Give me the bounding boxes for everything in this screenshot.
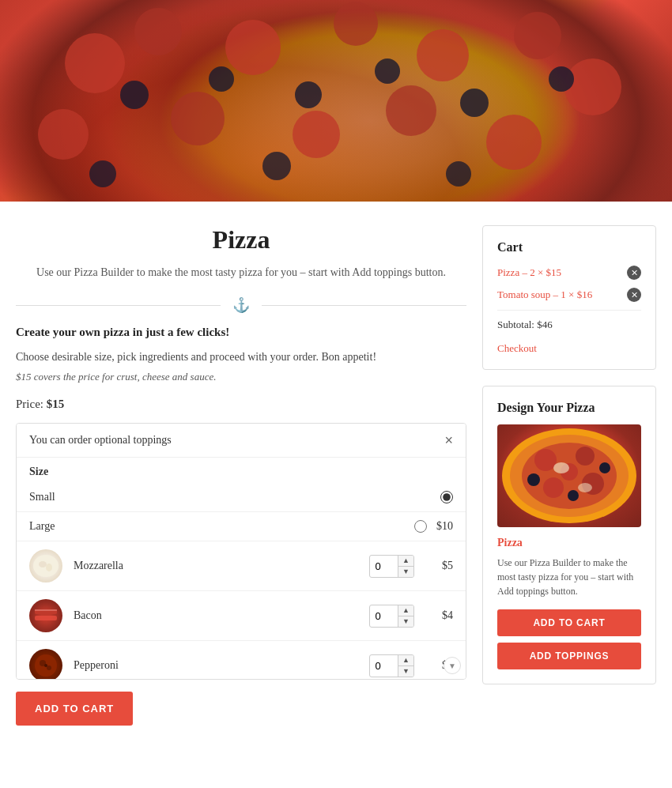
checkout-link[interactable]: Checkout <box>497 342 537 354</box>
size-row-large: Large $10 <box>17 512 466 541</box>
topping-icon-mozzarella <box>29 549 62 583</box>
quantity-control-mozzarella: ▲ ▼ <box>369 555 414 578</box>
toppings-header: You can order optional toppings × <box>17 424 466 458</box>
svg-point-5 <box>514 12 561 59</box>
svg-point-35 <box>576 447 595 466</box>
cart-title: Cart <box>497 240 641 254</box>
qty-up-pepperoni[interactable]: ▲ <box>398 655 413 666</box>
svg-point-40 <box>599 462 610 473</box>
design-box: Design Your Pizza <box>482 386 656 684</box>
size-radio-large[interactable] <box>414 520 427 533</box>
size-section-label: Size <box>17 458 466 483</box>
topping-row-bacon: Bacon ▲ ▼ $4 <box>17 591 466 641</box>
pizza-thumb-svg <box>498 424 640 527</box>
cart-item-text-pizza: Pizza – 2 × $15 <box>497 266 561 279</box>
content-body: Choose desirable size, pick ingredients … <box>16 349 466 366</box>
content-note: $15 covers the price for crust, cheese a… <box>16 371 466 383</box>
svg-point-4 <box>417 29 469 81</box>
subtotal-value: $46 <box>537 319 553 330</box>
svg-point-0 <box>65 33 125 93</box>
size-label-large: Large <box>29 520 414 533</box>
pizza-thumb-inner <box>497 424 641 527</box>
toppings-close-button[interactable]: × <box>444 433 453 447</box>
svg-point-8 <box>171 92 225 145</box>
svg-point-15 <box>375 58 400 84</box>
design-pizza-name: Pizza <box>497 537 641 549</box>
toppings-scroll-container: Size Small Large $10 <box>17 458 466 679</box>
svg-point-7 <box>38 109 89 160</box>
qty-up-mozzarella[interactable]: ▲ <box>398 556 413 567</box>
qty-stepper-mozzarella: ▲ ▼ <box>398 556 413 577</box>
qty-down-mozzarella[interactable]: ▼ <box>398 567 413 577</box>
pizza-decoration <box>0 0 672 202</box>
svg-point-22 <box>39 561 47 567</box>
svg-point-1 <box>134 8 182 55</box>
quantity-control-bacon: ▲ ▼ <box>369 605 414 628</box>
topping-name-mozzarella: Mozzarella <box>74 560 358 572</box>
price-label: Price: <box>16 398 43 410</box>
svg-point-13 <box>209 66 234 92</box>
hero-image <box>0 0 672 202</box>
toppings-box: You can order optional toppings × Size S… <box>16 423 466 680</box>
divider-line-left <box>16 305 221 306</box>
svg-point-30 <box>44 664 47 667</box>
svg-point-39 <box>527 473 540 486</box>
price-value: $15 <box>47 398 65 410</box>
design-title: Design Your Pizza <box>497 401 641 415</box>
svg-point-3 <box>334 2 378 46</box>
svg-rect-26 <box>35 609 57 611</box>
svg-point-14 <box>295 81 322 108</box>
svg-point-17 <box>549 66 574 92</box>
svg-point-23 <box>46 564 52 571</box>
qty-stepper-bacon: ▲ ▼ <box>398 605 413 627</box>
qty-down-pepperoni[interactable]: ▼ <box>398 666 413 677</box>
svg-rect-25 <box>35 616 57 620</box>
svg-point-12 <box>120 81 149 109</box>
anchor-icon: ⚓ <box>232 296 250 314</box>
design-add-to-cart-button[interactable]: ADD TO CART <box>497 609 641 636</box>
hero-pizza-visual <box>0 0 672 202</box>
svg-point-34 <box>534 449 557 471</box>
svg-point-29 <box>47 665 51 670</box>
design-add-toppings-button[interactable]: ADD TOPPINGS <box>497 643 641 669</box>
svg-point-42 <box>553 462 569 473</box>
svg-point-6 <box>564 58 621 115</box>
cart-remove-pizza[interactable]: ✕ <box>627 266 641 280</box>
topping-row-mozzarella: Mozzarella ▲ ▼ $5 <box>17 541 466 591</box>
right-column: Cart Pizza – 2 × $15 ✕ Tomato soup – 1 ×… <box>482 225 656 726</box>
design-pizza-desc: Use our Pizza Builder to make the most t… <box>497 556 641 598</box>
topping-row-pepperoni: Pepperoni ▲ ▼ $5 <box>17 641 466 679</box>
qty-input-pepperoni[interactable] <box>370 657 398 675</box>
cart-remove-soup[interactable]: ✕ <box>627 288 641 302</box>
topping-name-pepperoni: Pepperoni <box>74 659 358 672</box>
main-container: Pizza Use our Pizza Builder to make the … <box>0 202 672 749</box>
quantity-control-pepperoni: ▲ ▼ <box>369 654 414 677</box>
price-line: Price: $15 <box>16 398 466 411</box>
cart-box: Cart Pizza – 2 × $15 ✕ Tomato soup – 1 ×… <box>482 225 656 370</box>
cart-item-pizza: Pizza – 2 × $15 ✕ <box>497 266 641 280</box>
topping-name-bacon: Bacon <box>74 609 358 622</box>
divider-line-right <box>262 305 466 306</box>
topping-price-bacon: $4 <box>425 609 453 622</box>
svg-point-9 <box>293 111 340 158</box>
qty-down-bacon[interactable]: ▼ <box>398 616 413 627</box>
qty-stepper-pepperoni: ▲ ▼ <box>398 655 413 677</box>
page-title: Pizza <box>16 225 466 254</box>
size-row-small: Small <box>17 483 466 512</box>
svg-point-20 <box>446 161 471 187</box>
left-column: Pizza Use our Pizza Builder to make the … <box>16 225 466 726</box>
svg-point-16 <box>460 89 489 117</box>
add-to-cart-button[interactable]: ADD TO CART <box>16 692 133 726</box>
size-price-large: $10 <box>436 520 453 533</box>
qty-input-mozzarella[interactable] <box>370 557 398 575</box>
qty-up-bacon[interactable]: ▲ <box>398 605 413 616</box>
toppings-header-text: You can order optional toppings <box>29 434 172 447</box>
cart-item-text-soup: Tomato soup – 1 × $16 <box>497 288 592 301</box>
svg-point-19 <box>262 152 291 180</box>
pizza-thumbnail <box>497 424 641 527</box>
qty-input-bacon[interactable] <box>370 607 398 625</box>
divider: ⚓ <box>16 296 466 314</box>
size-radio-small[interactable] <box>440 491 453 503</box>
page-description: Use our Pizza Builder to make the most t… <box>16 264 466 281</box>
toppings-scrollable[interactable]: Size Small Large $10 <box>17 458 466 679</box>
